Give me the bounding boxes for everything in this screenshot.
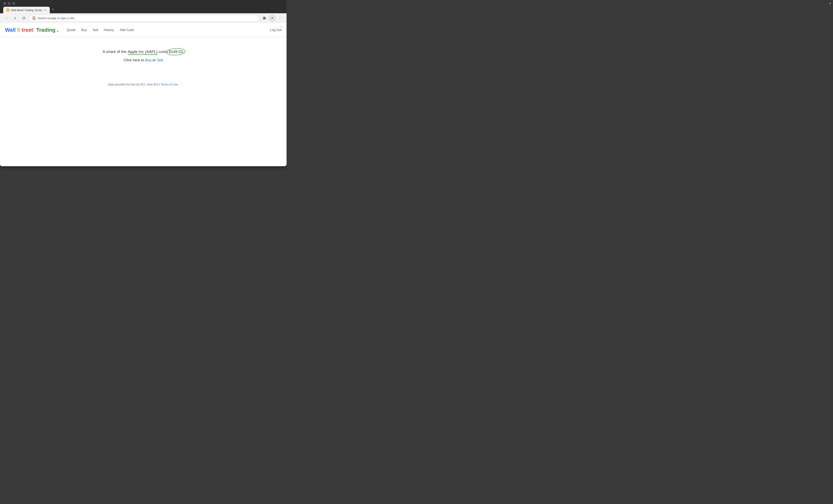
- company-name: Apple Inc (AAPL): [128, 49, 158, 54]
- dropdown-button[interactable]: [278, 24, 285, 30]
- footer-middle: . View: [145, 83, 153, 86]
- dropdown-icon: [280, 26, 283, 29]
- buy-link[interactable]: Buy: [145, 58, 151, 62]
- action-paragraph: Click here to Buy or Sell: [124, 58, 163, 62]
- maximize-button[interactable]: [12, 2, 15, 5]
- menu-button[interactable]: [277, 15, 283, 22]
- forward-icon: [14, 17, 17, 20]
- quote-middle: costs: [158, 49, 169, 54]
- tab-title: Wall $treet Trading: Quote: [11, 8, 42, 12]
- svg-point-1: [280, 17, 280, 17]
- menu-icon: [278, 16, 282, 20]
- tab-bar: 💛 Wall $treet Trading: Quote ✕ +: [3, 6, 283, 13]
- traffic-lights: [3, 2, 283, 5]
- action-middle: or: [151, 58, 157, 62]
- browser-toolbar: Search Google or type a URL: [0, 13, 287, 23]
- page-content: Wall $ treet Trading . Quote Buy Sell Hi…: [0, 23, 287, 166]
- tab-favicon: 💛: [6, 8, 9, 12]
- profile-button[interactable]: [269, 15, 276, 22]
- nav-add-cash[interactable]: Add Cash: [120, 28, 134, 32]
- refresh-button[interactable]: [21, 15, 27, 22]
- iex-terms-link[interactable]: IEX's Terms of Use: [153, 83, 177, 86]
- browser-window: 💛 Wall $treet Trading: Quote ✕ +: [0, 0, 287, 166]
- profile-icon: [270, 17, 274, 20]
- quote-prefix: A share of the: [102, 49, 128, 54]
- extensions-icon: [263, 16, 266, 20]
- close-button[interactable]: [3, 2, 6, 5]
- svg-point-2: [280, 18, 280, 18]
- site-navigation: Wall $ treet Trading . Quote Buy Sell Hi…: [0, 23, 287, 37]
- back-icon: [5, 17, 8, 20]
- toolbar-actions: [261, 15, 283, 22]
- back-button[interactable]: [3, 15, 10, 22]
- svg-point-0: [271, 17, 272, 18]
- title-bar: 💛 Wall $treet Trading: Quote ✕ +: [0, 0, 287, 13]
- nav-links: Quote Buy Sell History Add Cash: [67, 28, 270, 32]
- logo-wall: Wall: [5, 27, 16, 33]
- iex-link[interactable]: IEX: [140, 83, 145, 86]
- minimize-button[interactable]: [8, 2, 10, 5]
- footer-prefix: Data provided for free by: [108, 83, 140, 86]
- sell-link[interactable]: Sell: [157, 58, 163, 62]
- new-tab-button[interactable]: +: [50, 6, 56, 12]
- nav-quote[interactable]: Quote: [67, 28, 75, 32]
- active-tab[interactable]: 💛 Wall $treet Trading: Quote ✕: [3, 7, 50, 13]
- nav-sell[interactable]: Sell: [93, 28, 98, 32]
- svg-point-3: [280, 19, 280, 20]
- google-icon: [32, 16, 36, 20]
- quote-paragraph: A share of the Apple Inc (AAPL) costs $1…: [102, 49, 184, 54]
- main-content: A share of the Apple Inc (AAPL) costs $1…: [0, 37, 287, 98]
- action-prefix: Click here to: [124, 58, 145, 62]
- footer-suffix: .: [177, 83, 178, 86]
- site-logo: Wall $ treet Trading .: [5, 27, 58, 33]
- nav-buy[interactable]: Buy: [81, 28, 87, 32]
- quote-suffix: .: [183, 49, 184, 54]
- address-text: Search Google or type a URL: [38, 17, 75, 20]
- tab-close-button[interactable]: ✕: [44, 8, 47, 12]
- refresh-icon: [22, 17, 25, 20]
- extensions-button[interactable]: [261, 15, 268, 22]
- logo-trading: Trading: [36, 27, 55, 33]
- logo-treet: treet: [22, 27, 33, 33]
- address-bar[interactable]: Search Google or type a URL: [29, 15, 259, 22]
- forward-button[interactable]: [12, 15, 18, 22]
- logo-dollar: $: [17, 27, 20, 33]
- price-display: $149.03: [169, 49, 183, 54]
- footer-attribution: Data provided for free by IEX. View IEX'…: [108, 83, 179, 86]
- nav-history[interactable]: History: [104, 28, 114, 32]
- logo-dot: .: [57, 27, 58, 33]
